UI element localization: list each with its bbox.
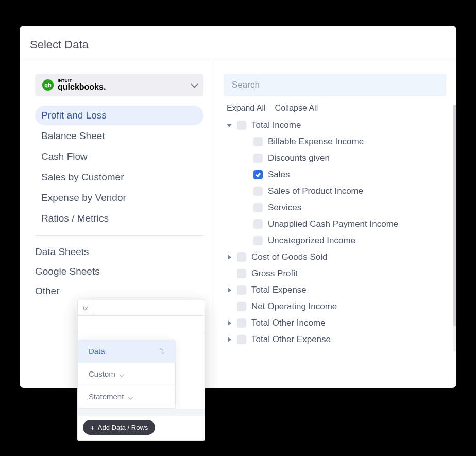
add-button-label: Add Data / Rows (98, 424, 148, 431)
menu-item-label: Custom (89, 369, 123, 378)
expand-all-button[interactable]: Expand All (227, 104, 266, 113)
tree-actions: Expand All Collapse All (224, 104, 451, 113)
tree-row[interactable]: Total Other Expense (224, 331, 445, 348)
tree-row[interactable]: Sales of Product Income (224, 183, 445, 199)
collapse-all-button[interactable]: Collapse All (275, 104, 318, 113)
brand-line2: quickbooks. (58, 83, 106, 91)
tree-row[interactable]: Cost of Goods Sold (224, 249, 445, 265)
report-item[interactable]: Balance Sheet (35, 126, 203, 146)
tree-label: Sales of Product Income (268, 186, 363, 196)
report-item[interactable]: Profit and Loss (35, 106, 203, 125)
report-item[interactable]: Ratios / Metrics (35, 209, 203, 228)
tree-row[interactable]: Discounts given (224, 150, 445, 166)
row-type-menu-item[interactable]: Custom (78, 363, 175, 385)
formula-input[interactable] (93, 300, 205, 315)
checkbox[interactable] (237, 318, 246, 328)
formula-bar: fx (78, 300, 205, 316)
report-item[interactable]: Cash Flow (35, 147, 203, 166)
checkbox[interactable] (253, 137, 263, 146)
tree-label: Unapplied Cash Payment Income (268, 219, 398, 229)
tree-row[interactable]: Gross Profit (224, 265, 445, 282)
external-source-list: Data SheetsGoogle SheetsOther (35, 242, 203, 301)
data-source-dropdown[interactable]: qb INTUIT quickbooks. (35, 74, 203, 96)
row-type-popup: fx Data⇅Custom Statement + Add Data / Ro… (77, 300, 205, 441)
tree-label: Net Operating Income (251, 301, 337, 312)
checkbox[interactable] (237, 335, 246, 344)
add-data-rows-button[interactable]: + Add Data / Rows (83, 420, 155, 435)
tree-row[interactable]: Total Income (224, 117, 445, 133)
chevron-down-icon (119, 372, 124, 377)
chevron-down-icon (191, 81, 198, 88)
report-list: Profit and LossBalance SheetCash FlowSal… (35, 106, 203, 228)
checkbox[interactable] (237, 302, 246, 311)
checkbox[interactable] (253, 170, 263, 179)
tree-label: Services (268, 202, 301, 213)
tree-label: Cost of Goods Sold (251, 252, 327, 262)
tree-row[interactable]: Uncategorized Income (224, 232, 445, 249)
caret-down-icon[interactable] (227, 123, 232, 128)
caret-right-icon[interactable] (227, 255, 232, 260)
tree-label: Total Other Income (251, 318, 326, 328)
tree-label: Gross Profit (251, 268, 298, 279)
tree-row[interactable]: Sales (224, 166, 445, 183)
fx-icon: fx (78, 300, 93, 315)
checkbox[interactable] (253, 219, 263, 229)
tree-label: Total Expense (251, 285, 307, 295)
checkbox[interactable] (237, 121, 246, 130)
right-column: Expand All Collapse All Total IncomeBill… (214, 61, 456, 387)
caret-right-icon[interactable] (227, 288, 232, 293)
checkbox[interactable] (253, 154, 263, 163)
tree-row[interactable]: Unapplied Cash Payment Income (224, 216, 445, 232)
quickbooks-icon: qb (42, 79, 54, 91)
tree-label: Sales (268, 170, 290, 180)
tree-row[interactable]: Total Other Income (224, 315, 445, 331)
caret-right-icon[interactable] (227, 320, 232, 326)
checkbox[interactable] (253, 187, 263, 196)
checkbox[interactable] (237, 269, 246, 278)
scrollbar[interactable] (453, 105, 456, 352)
row-type-menu-item[interactable]: Data⇅ (78, 340, 175, 363)
tree-row[interactable]: Net Operating Income (224, 298, 445, 315)
tree-row[interactable]: Total Expense (224, 282, 445, 298)
checkbox[interactable] (253, 236, 263, 245)
tree-label: Total Income (251, 120, 301, 130)
chevron-down-icon (128, 395, 133, 400)
tree-label: Uncategorized Income (268, 235, 355, 246)
scrollbar-thumb[interactable] (453, 105, 456, 326)
grid-footer (78, 409, 205, 416)
quickbooks-logo: qb INTUIT quickbooks. (42, 79, 106, 91)
checkbox[interactable] (237, 252, 246, 262)
panel-header: Select Data (20, 26, 456, 61)
tree-row[interactable]: Billable Expense Income (224, 133, 445, 150)
svg-marker-3 (228, 320, 231, 326)
svg-marker-4 (228, 337, 231, 342)
row-type-menu-item[interactable]: Statement (78, 385, 175, 408)
svg-marker-0 (227, 124, 232, 127)
account-tree: Total IncomeBillable Expense IncomeDisco… (224, 117, 451, 348)
row-type-menu: Data⇅Custom Statement (78, 340, 176, 409)
report-item[interactable]: Sales by Customer (35, 167, 203, 187)
tree-label: Billable Expense Income (268, 137, 364, 147)
checkbox[interactable] (237, 285, 246, 295)
source-item[interactable]: Google Sheets (35, 262, 203, 281)
svg-marker-2 (228, 288, 231, 293)
report-item[interactable]: Expense by Vendor (35, 188, 203, 208)
caret-right-icon[interactable] (227, 337, 232, 342)
source-item[interactable]: Data Sheets (35, 242, 203, 262)
tree-row[interactable]: Services (224, 199, 445, 216)
source-item[interactable]: Other (35, 281, 203, 301)
blank-row (78, 316, 205, 331)
plus-icon: + (90, 424, 95, 431)
hierarchy-icon: ⇅ (159, 347, 165, 355)
panel-title: Select Data (30, 38, 446, 52)
menu-item-label: Statement (89, 392, 132, 401)
checkbox[interactable] (253, 203, 263, 212)
tree-label: Discounts given (268, 153, 330, 163)
search-input[interactable] (224, 74, 446, 96)
svg-marker-1 (228, 255, 231, 260)
menu-item-label: Data (89, 347, 105, 356)
divider (35, 235, 203, 236)
tree-label: Total Other Expense (251, 334, 331, 345)
